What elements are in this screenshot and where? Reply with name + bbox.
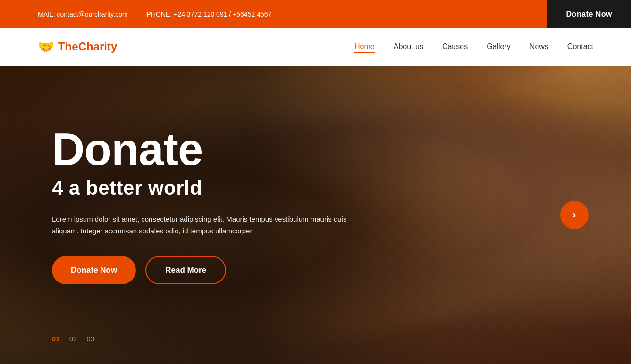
- mail-label: MAIL:: [38, 10, 55, 18]
- phone-label: PHONE:: [147, 10, 172, 18]
- nav-links: Home About us Causes Gallery News Contac…: [354, 42, 593, 51]
- nav-link-news[interactable]: News: [530, 42, 548, 52]
- slide-indicators: 01 02 03: [52, 335, 94, 343]
- nav-item-about[interactable]: About us: [394, 42, 423, 51]
- logo-heart-icon: 🤝: [38, 39, 54, 55]
- top-bar: MAIL: contact@ourcharity.com PHONE: +24 …: [0, 0, 631, 28]
- chevron-right-icon: ›: [572, 209, 576, 221]
- nav-link-contact[interactable]: Contact: [567, 42, 593, 52]
- next-slide-button[interactable]: ›: [560, 201, 589, 229]
- nav-item-causes[interactable]: Causes: [442, 42, 468, 51]
- hero-subtitle: 4 a better world: [52, 177, 368, 199]
- nav-item-contact[interactable]: Contact: [567, 42, 593, 51]
- phone-info: PHONE: +24 3772 120 091 / +56452 4567: [147, 10, 272, 18]
- nav-item-news[interactable]: News: [530, 42, 548, 51]
- hero-title: Donate: [52, 127, 368, 172]
- logo-the: The: [58, 40, 78, 53]
- nav-item-gallery[interactable]: Gallery: [487, 42, 511, 51]
- logo[interactable]: 🤝 TheCharity: [38, 39, 117, 55]
- nav-link-causes[interactable]: Causes: [442, 42, 468, 52]
- slide-dot-3[interactable]: 03: [86, 335, 94, 343]
- logo-charity: Charity: [78, 40, 118, 53]
- hero-content: Donate 4 a better world Lorem ipsum dolo…: [52, 127, 368, 308]
- top-bar-contact: MAIL: contact@ourcharity.com PHONE: +24 …: [38, 10, 271, 18]
- hero-section: Donate 4 a better world Lorem ipsum dolo…: [0, 66, 631, 364]
- phone-value: +24 3772 120 091 / +56452 4567: [174, 10, 271, 18]
- mail-info: MAIL: contact@ourcharity.com: [38, 10, 128, 18]
- logo-text: TheCharity: [58, 40, 117, 53]
- nav-link-about[interactable]: About us: [394, 42, 423, 52]
- nav-link-gallery[interactable]: Gallery: [487, 42, 511, 52]
- hero-read-more-button[interactable]: Read More: [145, 256, 226, 284]
- slide-dot-1[interactable]: 01: [52, 335, 60, 343]
- hero-buttons: Donate Now Read More: [52, 256, 368, 284]
- hero-donate-button[interactable]: Donate Now: [52, 256, 136, 284]
- nav-link-home[interactable]: Home: [354, 42, 375, 53]
- hero-description: Lorem ipsum dolor sit amet, consectetur …: [52, 214, 368, 237]
- navbar: 🤝 TheCharity Home About us Causes Galler…: [0, 28, 631, 66]
- donate-now-top-button[interactable]: Donate Now: [547, 0, 631, 28]
- nav-item-home[interactable]: Home: [354, 42, 375, 51]
- mail-value: contact@ourcharity.com: [57, 10, 127, 18]
- slide-dot-2[interactable]: 02: [69, 335, 77, 343]
